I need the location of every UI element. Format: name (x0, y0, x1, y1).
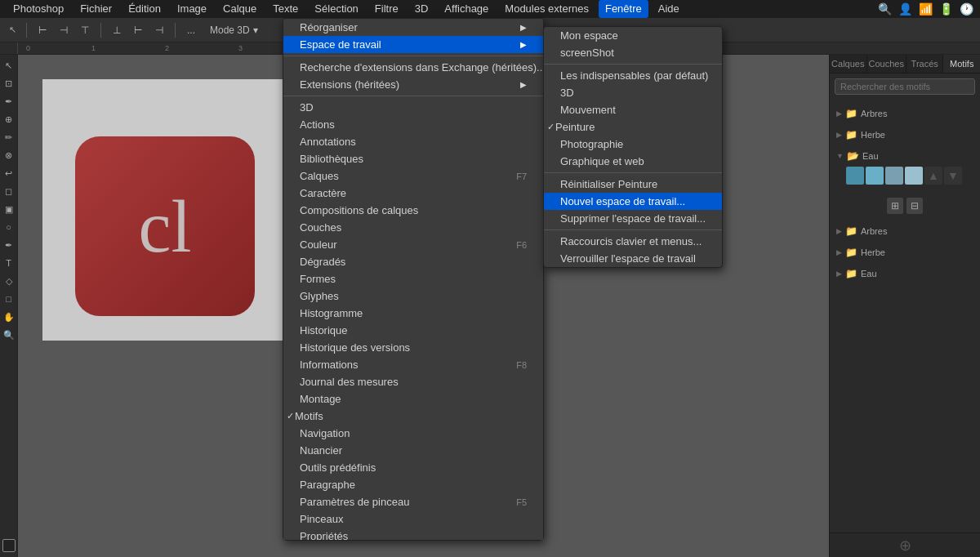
menu-degrades[interactable]: Dégradés (283, 253, 543, 270)
menu-annotations[interactable]: Annotations (283, 133, 543, 150)
swatch-up-icon[interactable]: ▲ (924, 167, 942, 185)
swatch-4[interactable] (905, 167, 923, 185)
tool-path[interactable]: ◇ (2, 274, 16, 288)
tool-crop[interactable]: ⊡ (2, 76, 16, 91)
menu-mon-espace[interactable]: Mon espace (544, 27, 722, 44)
menu-supprimer-espace[interactable]: Supprimer l'espace de travail... (544, 210, 722, 227)
tab-couches[interactable]: Couches (867, 55, 906, 73)
menu-outils-predef[interactable]: Outils prédéfinis (283, 459, 543, 476)
tool-text[interactable]: T (2, 256, 16, 270)
group-herbe-1-header[interactable]: ▶ 📁 Herbe (836, 127, 973, 142)
menu-item-fichier[interactable]: Fichier (74, 0, 118, 18)
menu-item-3d[interactable]: 3D (408, 0, 435, 18)
group-arbres-1-header[interactable]: ▶ 📁 Arbres (836, 106, 973, 121)
menu-couches[interactable]: Couches (283, 219, 543, 236)
toolbar-align-center[interactable]: ⊣ (55, 23, 73, 38)
tab-traces[interactable]: Tracés (906, 55, 944, 73)
toolbar-distribute-1[interactable]: ⊥ (108, 23, 126, 38)
menu-caractere[interactable]: Caractère (283, 185, 543, 202)
toolbar-distribute-2[interactable]: ⊢ (129, 23, 147, 38)
menu-extensions[interactable]: Extensions (héritées) ▶ (283, 76, 543, 93)
menu-pinceaux[interactable]: Pinceaux (283, 510, 543, 528)
toolbar-align-left[interactable]: ⊢ (33, 23, 51, 38)
menu-montage[interactable]: Montage (283, 390, 543, 408)
tool-history[interactable]: ↩ (2, 166, 16, 180)
menu-item-affichage[interactable]: Affichage (438, 0, 495, 18)
menu-nouvel-espace[interactable]: Nouvel espace de travail... (544, 193, 722, 210)
group-eau-2-header[interactable]: ▶ 📁 Eau (836, 266, 973, 281)
menu-historique-versions[interactable]: Historique des versions (283, 339, 543, 356)
pattern-icon-1[interactable]: ⊞ (887, 198, 903, 214)
menu-bibliotheques[interactable]: Bibliothèques (283, 150, 543, 167)
tool-gradient[interactable]: ▣ (2, 202, 16, 216)
group-herbe-2-header[interactable]: ▶ 📁 Herbe (836, 245, 973, 260)
menu-couleur[interactable]: Couleur F6 (283, 236, 543, 253)
menu-espace-travail[interactable]: Espace de travail ▶ (283, 36, 543, 53)
menu-exchange[interactable]: Recherche d'extensions dans Exchange (hé… (283, 59, 543, 76)
menu-peinture[interactable]: ✓ Peinture (544, 118, 722, 136)
swatch-2[interactable] (866, 167, 884, 185)
menu-params-pinceau[interactable]: Paramètres de pinceau F5 (283, 493, 543, 510)
group-arbres-2-header[interactable]: ▶ 📁 Arbres (836, 224, 973, 238)
user-icon[interactable]: 👤 (898, 2, 912, 16)
mode-dropdown-icon[interactable]: ▾ (253, 25, 258, 36)
menu-formes[interactable]: Formes (283, 270, 543, 287)
menu-informations[interactable]: Informations F8 (283, 356, 543, 373)
menu-motifs[interactable]: ✓ Motifs (283, 408, 543, 425)
menu-historique[interactable]: Historique (283, 322, 543, 339)
menu-verrouiller[interactable]: Verrouiller l'espace de travail (544, 250, 722, 267)
tab-calques[interactable]: Calques (830, 55, 867, 73)
menu-item-calque[interactable]: Calque (216, 0, 263, 18)
menu-compositions[interactable]: Compositions de calques (283, 202, 543, 219)
tool-foreground-color[interactable] (2, 539, 16, 552)
swatch-down-icon[interactable]: ▼ (944, 167, 962, 185)
search-icon[interactable]: 🔍 (878, 2, 892, 16)
menu-item-modules[interactable]: Modules externes (498, 0, 595, 18)
menu-journal[interactable]: Journal des mesures (283, 373, 543, 390)
tool-hand[interactable]: ✋ (2, 310, 16, 324)
menu-proprietes[interactable]: Propriétés (283, 528, 543, 541)
tool-clone[interactable]: ⊗ (2, 148, 16, 163)
tool-dodge[interactable]: ○ (2, 220, 16, 234)
search-motifs-input[interactable] (835, 78, 975, 95)
menu-item-texte[interactable]: Texte (266, 0, 305, 18)
menu-glyphes[interactable]: Glyphes (283, 287, 543, 305)
menu-item-fenetre[interactable]: Fenêtre (599, 0, 648, 18)
menu-reorganiser[interactable]: Réorganiser ▶ (283, 19, 543, 36)
tool-brush[interactable]: ✏ (2, 130, 16, 145)
tool-shape[interactable]: □ (2, 292, 16, 306)
menu-item-filtre[interactable]: Filtre (368, 0, 405, 18)
menu-histogramme[interactable]: Histogramme (283, 305, 543, 322)
tab-motifs[interactable]: Motifs (943, 55, 980, 73)
menu-item-aide[interactable]: Aide (652, 0, 686, 18)
toolbar-move[interactable]: ↖ (5, 23, 20, 38)
menu-3d-espace[interactable]: 3D (544, 84, 722, 101)
menu-item-edition[interactable]: Édition (122, 0, 167, 18)
menu-screenshot[interactable]: screenShot (544, 44, 722, 61)
menu-reinitialiser[interactable]: Réinitialiser Peinture (544, 176, 722, 193)
tool-pen[interactable]: ✒ (2, 238, 16, 252)
toolbar-distribute-3[interactable]: ⊣ (150, 23, 168, 38)
swatch-3[interactable] (885, 167, 903, 185)
menu-mouvement[interactable]: Mouvement (544, 101, 722, 118)
pattern-icon-2[interactable]: ⊟ (906, 198, 923, 214)
menu-item-selection[interactable]: Sélection (308, 0, 364, 18)
menu-paragraphe[interactable]: Paragraphe (283, 476, 543, 493)
menu-item-photoshop[interactable]: Photoshop (7, 0, 70, 18)
tool-eraser[interactable]: ◻ (2, 184, 16, 198)
tool-select[interactable]: ↖ (2, 58, 16, 73)
group-eau-1-header[interactable]: ▼ 📂 Eau (836, 149, 973, 163)
menu-indispensables[interactable]: Les indispensables (par défaut) (544, 67, 722, 84)
toolbar-align-right[interactable]: ⊤ (76, 23, 94, 38)
menu-raccourcis[interactable]: Raccourcis clavier et menus... (544, 233, 722, 250)
menu-navigation[interactable]: Navigation (283, 425, 543, 442)
tool-eyedropper[interactable]: ✒ (2, 94, 16, 109)
menu-actions[interactable]: Actions (283, 116, 543, 133)
tool-zoom[interactable]: 🔍 (2, 328, 16, 342)
menu-3d[interactable]: 3D (283, 99, 543, 116)
menu-item-image[interactable]: Image (171, 0, 213, 18)
toolbar-more[interactable]: ... (182, 23, 200, 38)
menu-graphique-web[interactable]: Graphique et web (544, 153, 722, 170)
menu-calques[interactable]: Calques F7 (283, 167, 543, 185)
menu-nuancier[interactable]: Nuancier (283, 442, 543, 459)
